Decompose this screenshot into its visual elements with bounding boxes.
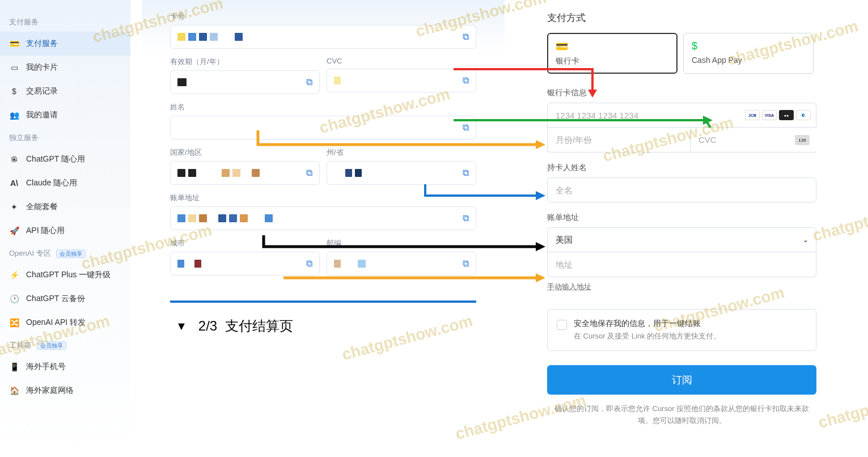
copy-icon[interactable]: ⧉ <box>306 77 312 87</box>
expiry-input[interactable] <box>547 128 690 153</box>
home-icon: 🏠 <box>9 386 19 396</box>
section-toolbox-title: 工具箱 会员独享 <box>0 335 130 355</box>
nav-my-invites[interactable]: 👥 我的邀请 <box>0 103 130 127</box>
name-label: 姓名 <box>170 102 476 112</box>
disclaimer-text: 确认您的订阅，即表示您允许 Cursor 按照他们的条款从您的银行卡扣取未来款项… <box>547 403 816 427</box>
nav-label: 支付服务 <box>26 39 58 49</box>
nav-label: API 随心用 <box>26 226 65 236</box>
phone-icon: 📱 <box>9 362 19 372</box>
mastercard-icon: ●● <box>779 110 794 120</box>
method-card[interactable]: 💳 银行卡 <box>547 33 678 74</box>
method-cashapp[interactable]: $ Cash App Pay <box>683 33 814 74</box>
copy-icon[interactable]: ⧉ <box>463 122 469 133</box>
nav-label: 海外家庭网络 <box>26 386 74 396</box>
billing-label: 账单地址 <box>170 193 476 203</box>
copy-icon[interactable]: ⧉ <box>463 259 469 269</box>
manual-address-link[interactable]: 手动输入地址 <box>547 282 591 292</box>
copy-icon[interactable]: ⧉ <box>463 213 469 223</box>
payment-method-title: 支付方式 <box>547 11 816 24</box>
claude-icon: A\ <box>9 178 19 188</box>
section-openai-title: OpenAI 专区 会员独享 <box>0 243 130 263</box>
nav-label: 海外手机号 <box>26 362 66 372</box>
cashapp-icon: $ <box>692 40 805 52</box>
nav-label: 我的邀请 <box>26 110 58 120</box>
watermark: chatgptshow.com <box>816 380 868 432</box>
city-field[interactable]: ⧉ <box>170 252 320 276</box>
name-field[interactable]: ⧉ <box>170 116 476 139</box>
bolt-icon: ⚡ <box>9 270 19 280</box>
nav-transactions[interactable]: $ 交易记录 <box>0 79 130 103</box>
billing-address-label: 账单地址 <box>547 213 816 223</box>
nav-chatgpt[interactable]: ֎ ChatGPT 随心用 <box>0 147 130 171</box>
save-info-box: 安全地保存我的信息，用于一键结账 在 Cursor 及接受 Link 的任何地方… <box>547 309 816 351</box>
save-info-checkbox[interactable] <box>557 320 567 330</box>
cardholder-label: 持卡人姓名 <box>547 163 816 173</box>
nav-label: OpenAI API 转发 <box>26 318 86 328</box>
nav-label: Claude 随心用 <box>26 178 77 188</box>
method-label: Cash App Pay <box>692 56 805 65</box>
state-field[interactable]: ⧉ <box>327 161 476 185</box>
section-payment-title: 支付服务 <box>0 11 130 32</box>
billing-field[interactable]: ⧉ <box>170 206 476 230</box>
nav-my-cards[interactable]: ▭ 我的卡片 <box>0 56 130 79</box>
nav-cloud-backup[interactable]: 🕐 ChatGPT 云备份 <box>0 287 130 311</box>
diners-icon: ◐ <box>796 110 811 120</box>
sparkle-icon: ✦ <box>9 202 19 212</box>
nav-phone[interactable]: 📱 海外手机号 <box>0 355 130 379</box>
nav-api[interactable]: 🚀 API 随心用 <box>0 219 130 243</box>
expiry-label: 有效期（月/年） <box>170 57 320 67</box>
expiry-field[interactable]: ⧉ <box>170 70 320 94</box>
exclusive-badge: 会员独享 <box>37 341 66 350</box>
card-number-field[interactable]: ⧉ <box>170 25 476 49</box>
section-standalone-title: 独立服务 <box>0 127 130 147</box>
cvc-hint-icon: 135 <box>795 135 810 145</box>
copy-icon[interactable]: ⧉ <box>463 32 469 42</box>
country-field[interactable]: ⧉ <box>170 161 320 185</box>
card-icon: 💳 <box>556 40 669 53</box>
nav-allpack[interactable]: ✦ 全能套餐 <box>0 195 130 219</box>
card-number-label: 卡号 <box>170 11 476 22</box>
cvc-field[interactable]: ⧉ <box>327 69 476 92</box>
shuffle-icon: 🔀 <box>9 318 19 328</box>
card-info-label: 银行卡信息 <box>547 88 816 98</box>
cardholder-input[interactable] <box>547 177 816 202</box>
city-label: 城市 <box>170 238 320 248</box>
nav-label: 全能套餐 <box>26 202 58 212</box>
sidebar: 支付服务 💳 支付服务 ▭ 我的卡片 $ 交易记录 👥 我的邀请 独立服务 ֎ … <box>0 0 130 457</box>
nav-payment-service[interactable]: 💳 支付服务 <box>0 32 130 56</box>
exclusive-badge: 会员独享 <box>56 249 86 258</box>
save-info-title: 安全地保存我的信息，用于一键结账 <box>574 319 721 329</box>
postal-field[interactable]: ⧉ <box>327 252 476 276</box>
people-icon: 👥 <box>9 110 19 120</box>
nav-label: ChatGPT 随心用 <box>26 154 85 164</box>
chevron-down-icon[interactable]: ▼ <box>176 320 187 333</box>
address-input[interactable] <box>547 252 816 277</box>
visa-icon: VISA <box>762 110 777 120</box>
nav-claude[interactable]: A\ Claude 随心用 <box>0 171 130 195</box>
nav-family[interactable]: 🏠 海外家庭网络 <box>0 379 130 403</box>
nav-label: 我的卡片 <box>26 62 58 73</box>
nav-label: ChatGPT 云备份 <box>26 294 85 304</box>
state-label: 州/省 <box>327 147 476 158</box>
card-brand-icons: JCB VISA ●● ◐ <box>745 110 811 120</box>
checkout-panel: 支付方式 💳 银行卡 $ Cash App Pay 银行卡信息 JCB VISA… <box>547 0 816 438</box>
cvc-label: CVC <box>327 57 476 65</box>
copy-icon[interactable]: ⧉ <box>463 75 469 86</box>
nav-label: 交易记录 <box>26 86 58 96</box>
nav-plus-upgrade[interactable]: ⚡ ChatGPT Plus 一键升级 <box>0 263 130 287</box>
copy-icon[interactable]: ⧉ <box>306 168 312 178</box>
jcb-icon: JCB <box>745 110 760 120</box>
nav-label: ChatGPT Plus 一键升级 <box>26 270 111 280</box>
country-select[interactable] <box>547 227 816 252</box>
chatgpt-icon: ֎ <box>9 154 19 164</box>
nav-api-forward[interactable]: 🔀 OpenAI API 转发 <box>0 311 130 335</box>
method-label: 银行卡 <box>556 56 669 66</box>
subscribe-button[interactable]: 订阅 <box>547 365 816 395</box>
clock-icon: 🕐 <box>9 294 19 304</box>
copy-icon[interactable]: ⧉ <box>306 259 312 269</box>
dollar-icon: $ <box>9 86 19 96</box>
country-label: 国家/地区 <box>170 147 320 158</box>
source-form-panel: 卡号 ⧉ 有效期（月/年） ⧉ CVC ⧉ <box>142 0 505 349</box>
copy-icon[interactable]: ⧉ <box>463 168 469 178</box>
payment-icon: 💳 <box>9 39 19 49</box>
